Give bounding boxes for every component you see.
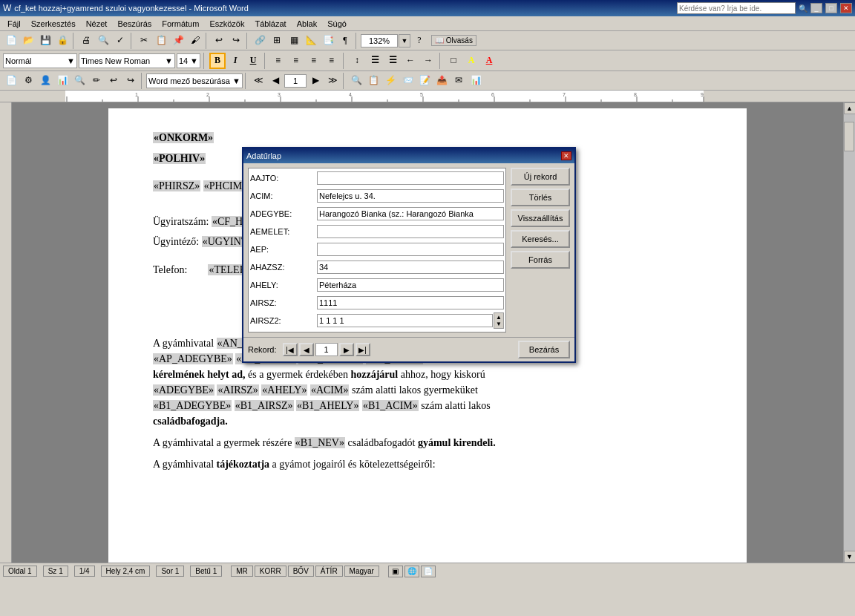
restore-button[interactable]: Visszaállítás — [511, 209, 570, 227]
redo-button[interactable]: ↪ — [228, 33, 244, 49]
delete-button[interactable]: Törlés — [511, 189, 570, 206]
open-button[interactable]: 📂 — [20, 33, 36, 49]
input-airsz[interactable] — [317, 296, 504, 309]
record-number-display[interactable]: 1 — [284, 74, 307, 88]
adaturlap-dialog[interactable]: Adatűrlap ✕ AAJTO: ACIM: — [242, 147, 576, 363]
menu-edit[interactable]: Szerkesztés — [27, 18, 80, 30]
menu-window[interactable]: Ablak — [292, 18, 322, 30]
form-scroll-down[interactable]: ▼ — [496, 321, 502, 327]
outside-border-button[interactable]: □ — [445, 53, 462, 69]
mm-btn9[interactable]: ≪ — [250, 73, 266, 89]
search-icon[interactable]: 🔍 — [799, 4, 808, 13]
bullets-button[interactable]: ☰ — [367, 53, 383, 69]
mm-btn19[interactable]: ✉ — [451, 73, 467, 89]
form-scroll-up[interactable]: ▲ — [496, 314, 502, 321]
mm-btn8[interactable]: ↪ — [122, 73, 139, 89]
input-ahazsz[interactable] — [317, 261, 504, 274]
read-mode-button[interactable]: 📖 Olvasás — [431, 35, 476, 46]
font-dropdown[interactable]: Times New Roman ▼ — [79, 53, 175, 68]
scrollbar-vertical[interactable]: ▲ ▼ — [843, 102, 855, 563]
input-aemelet[interactable] — [317, 225, 504, 238]
italic-button[interactable]: I — [227, 53, 243, 69]
menu-format[interactable]: Formátum — [157, 18, 203, 30]
mm-btn3[interactable]: 👤 — [37, 73, 53, 89]
align-center-button[interactable]: ≡ — [288, 53, 304, 69]
dialog-close-button[interactable]: ✕ — [561, 151, 571, 160]
view-normal[interactable]: ▣ — [388, 566, 403, 577]
view-print[interactable]: 📄 — [421, 566, 436, 577]
mm-btn7[interactable]: ↩ — [105, 73, 122, 89]
nav-first-button[interactable]: |◀ — [283, 343, 298, 356]
indent-increase-button[interactable]: → — [420, 53, 436, 69]
menu-insert[interactable]: Beszúrás — [113, 18, 156, 30]
insert-field-dropdown[interactable]: Word mező beszúrása ▼ — [146, 73, 243, 88]
input-acim[interactable] — [317, 189, 504, 203]
input-adegybe[interactable] — [317, 207, 504, 220]
nav-last-button[interactable]: ▶| — [356, 343, 370, 356]
line-spacing-button[interactable]: ↕ — [349, 53, 365, 69]
zoom-level[interactable]: 132% — [361, 34, 398, 47]
help-button[interactable]: ? — [411, 33, 428, 49]
close-button[interactable]: ✕ — [840, 3, 852, 13]
mm-btn4[interactable]: 📊 — [54, 73, 71, 89]
menu-file[interactable]: Fájl — [3, 18, 25, 30]
numbering-button[interactable]: ☰ — [384, 53, 401, 69]
mm-btn20[interactable]: 📊 — [468, 73, 484, 89]
new-button[interactable]: 📄 — [3, 33, 19, 49]
restore-button[interactable]: □ — [825, 3, 837, 13]
highlight-button[interactable]: A — [463, 53, 479, 69]
print-preview-button[interactable]: 🔍 — [95, 33, 111, 49]
mm-btn17[interactable]: 📝 — [416, 73, 433, 89]
font-color-button[interactable]: A — [481, 53, 497, 69]
show-hide-button[interactable]: ¶ — [337, 33, 353, 49]
menu-view[interactable]: Nézet — [82, 18, 112, 30]
drawing-button[interactable]: 📐 — [303, 33, 319, 49]
nav-prev-button[interactable]: ◀ — [299, 343, 314, 356]
print-button[interactable]: 🖨 — [78, 33, 94, 49]
mm-btn5[interactable]: 🔍 — [71, 73, 88, 89]
mm-btn14[interactable]: 📋 — [365, 73, 381, 89]
nav-next-button[interactable]: ▶ — [339, 343, 354, 356]
underline-button[interactable]: U — [245, 53, 261, 69]
zoom-dropdown[interactable]: ▼ — [399, 34, 410, 47]
bold-button[interactable]: B — [209, 53, 226, 69]
align-right-button[interactable]: ≡ — [306, 53, 322, 69]
help-search[interactable] — [677, 2, 796, 14]
record-number-input[interactable] — [315, 343, 338, 356]
paste-button[interactable]: 📌 — [170, 33, 186, 49]
scroll-track[interactable] — [844, 114, 855, 551]
mm-btn13[interactable]: 🔍 — [348, 73, 364, 89]
close-dialog-button[interactable]: Bezárás — [518, 341, 570, 358]
copy-button[interactable]: 📋 — [153, 33, 169, 49]
mm-btn15[interactable]: ⚡ — [382, 73, 399, 89]
mm-btn6[interactable]: ✏ — [88, 73, 105, 89]
table-button[interactable]: ⊞ — [269, 33, 285, 49]
menu-tools[interactable]: Eszközök — [205, 18, 249, 30]
new-record-button[interactable]: Új rekord — [511, 168, 570, 186]
document-area[interactable]: «ONKORM» «POLHIV» «PHIRSZ» «PHCIM» Ügyir… — [12, 102, 843, 563]
columns-button[interactable]: ▦ — [286, 33, 302, 49]
input-aep[interactable] — [317, 243, 504, 256]
hyperlink-button[interactable]: 🔗 — [252, 33, 268, 49]
mm-btn11[interactable]: ▶ — [307, 73, 324, 89]
scroll-up-button[interactable]: ▲ — [844, 102, 856, 114]
indent-decrease-button[interactable]: ← — [402, 53, 419, 69]
mm-btn18[interactable]: 📤 — [433, 73, 450, 89]
input-ahely[interactable] — [317, 278, 504, 292]
mm-btn2[interactable]: ⚙ — [20, 73, 36, 89]
permission-button[interactable]: 🔒 — [54, 33, 71, 49]
save-button[interactable]: 💾 — [37, 33, 53, 49]
align-justify-button[interactable]: ≡ — [324, 53, 340, 69]
style-dropdown[interactable]: Normál ▼ — [3, 53, 77, 68]
input-aajto[interactable] — [317, 171, 504, 185]
scroll-thumb[interactable] — [844, 122, 854, 151]
mm-btn16[interactable]: 📨 — [399, 73, 416, 89]
scroll-down-button[interactable]: ▼ — [844, 551, 856, 563]
format-painter-button[interactable]: 🖌 — [187, 33, 203, 49]
undo-button[interactable]: ↩ — [211, 33, 227, 49]
align-left-button[interactable]: ≡ — [270, 53, 286, 69]
mm-btn12[interactable]: ≫ — [324, 73, 341, 89]
font-size-dropdown[interactable]: 14 ▼ — [177, 53, 200, 68]
cut-button[interactable]: ✂ — [136, 33, 152, 49]
docmap-button[interactable]: 📑 — [320, 33, 336, 49]
